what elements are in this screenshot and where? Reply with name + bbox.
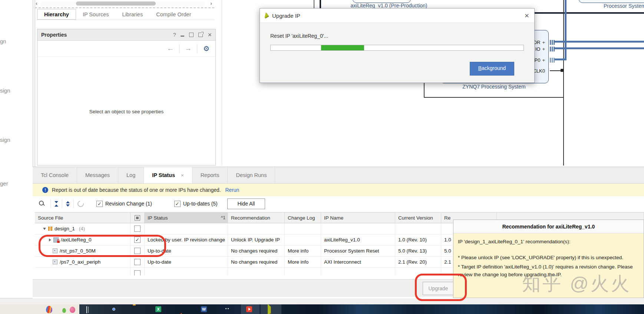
scrollbar-thumb[interactable] xyxy=(76,1,156,6)
select-all-checkbox-icon[interactable] xyxy=(135,215,140,221)
collapse-all-icon[interactable] xyxy=(55,201,58,207)
zynq-port-ddr[interactable]: DR+ xyxy=(534,40,545,45)
annotation-circle-row xyxy=(39,235,166,257)
col-source-file[interactable]: Source File xyxy=(35,213,131,223)
gear-icon[interactable]: ⚙ xyxy=(197,44,209,53)
back-icon[interactable]: ← xyxy=(162,44,179,53)
selection-edge xyxy=(424,82,425,97)
excel-icon[interactable]: X xyxy=(155,306,161,312)
wire xyxy=(314,0,314,8)
row-checkbox[interactable] xyxy=(134,270,141,276)
annotation-circle-upgrade xyxy=(415,274,467,301)
expand-plus-icon[interactable]: + xyxy=(542,57,545,63)
forward-icon[interactable]: → xyxy=(179,44,197,53)
tab-ip-sources[interactable]: IP Sources xyxy=(76,9,116,20)
scroll-left-icon[interactable]: ‹ xyxy=(36,0,37,6)
properties-title: Properties xyxy=(41,32,173,38)
bus-hash-icon xyxy=(550,58,555,63)
col-ip-name[interactable]: IP Name xyxy=(321,213,395,223)
matlab-icon[interactable] xyxy=(178,307,184,313)
col-current-version[interactable]: Current Version xyxy=(395,213,441,223)
ip-status-cell: Up-to-date xyxy=(145,257,228,268)
properties-empty-message: Select an object to see properties xyxy=(37,109,215,114)
warning-text: Report is out of date because the status… xyxy=(52,187,221,193)
tab-tcl-console[interactable]: Tcl Console xyxy=(33,167,77,183)
close-icon[interactable]: × xyxy=(208,33,212,37)
search-icon[interactable] xyxy=(39,200,45,207)
row-checkbox[interactable] xyxy=(134,259,141,265)
recommendation-line: IP 'design_1_axiLiteReg_0_1' recommendat… xyxy=(458,238,639,245)
task-view-icon[interactable] xyxy=(86,307,87,313)
taskbar-wallpaper xyxy=(79,304,644,314)
recommendation-line: * Please unlock IP (see 'LOCK_UPGRADE' p… xyxy=(458,254,639,261)
col-select-all[interactable] xyxy=(131,213,145,223)
properties-header: Properties ? × xyxy=(37,29,215,41)
axilite-block-label: axiLiteReg_v1.0 (Pre-Production) xyxy=(337,3,441,9)
current-version-cell: 1.0 (Rev. 10) xyxy=(395,234,441,245)
xilinx-logo-icon xyxy=(264,12,269,19)
more-info-link[interactable]: More info xyxy=(285,245,321,257)
flow-nav-fragment: sign xyxy=(0,137,10,143)
expand-plus-icon[interactable]: + xyxy=(542,40,545,45)
float-icon[interactable] xyxy=(198,33,203,37)
zynq-port-fixedio[interactable]: IO+ xyxy=(535,46,545,52)
tab-design-runs[interactable]: Design Runs xyxy=(228,167,275,183)
wire-junction xyxy=(561,69,564,72)
ip-icon xyxy=(53,260,57,264)
tab-messages[interactable]: Messages xyxy=(77,167,118,183)
tab-libraries[interactable]: Libraries xyxy=(116,9,150,20)
tab-reports[interactable]: Reports xyxy=(192,167,228,183)
media-play-icon[interactable] xyxy=(246,306,252,312)
word-icon[interactable]: W xyxy=(201,306,207,312)
balloon-icon xyxy=(46,306,52,313)
ps-reset-block[interactable] xyxy=(579,0,644,3)
block-design-icon xyxy=(48,227,52,231)
wire xyxy=(320,0,321,8)
scrollbar-track[interactable] xyxy=(41,1,205,6)
col-ip-status[interactable]: IP Status^1 xyxy=(145,213,228,223)
revision-change-checkbox[interactable]: ✓ xyxy=(96,201,103,207)
up-to-dates-label: Up-to-dates (5) xyxy=(183,201,218,207)
info-icon: ! xyxy=(42,187,48,193)
chevron-down-icon[interactable] xyxy=(43,228,46,230)
divider-dashed xyxy=(35,7,214,8)
scroll-right-icon[interactable]: › xyxy=(210,0,212,6)
tab-close-icon[interactable]: × xyxy=(181,173,184,178)
zynq-port-clk0[interactable]: CLK0 xyxy=(533,68,545,74)
recommendation-link[interactable]: Unlock IP. Upgrade IP xyxy=(228,234,285,245)
col-recommendation[interactable]: Recommendation xyxy=(228,213,285,223)
zynq-port-gp0[interactable]: P0+ xyxy=(535,57,545,63)
hide-all-button[interactable]: Hide All xyxy=(227,198,265,209)
up-to-dates-checkbox[interactable]: ✓ xyxy=(174,201,181,207)
expand-all-icon[interactable] xyxy=(66,201,70,207)
tab-log[interactable]: Log xyxy=(118,167,144,183)
tab-hierarchy[interactable]: Hierarchy xyxy=(37,9,76,20)
tab-ip-status[interactable]: IP Status× xyxy=(144,167,192,183)
recommendation-title: Recommendation for axiLiteReg_v1.0 xyxy=(453,220,644,233)
row-checkbox[interactable] xyxy=(134,226,141,232)
expand-plus-icon[interactable]: + xyxy=(542,46,545,52)
help-icon[interactable]: ? xyxy=(173,32,176,38)
dialog-title: Upgrade IP xyxy=(272,13,525,19)
flow-nav-fragment: ger xyxy=(0,180,8,187)
minimize-icon[interactable] xyxy=(181,36,184,37)
watermark: 知乎 @火火 xyxy=(522,271,631,296)
ps-reset-block-label: Processor System xyxy=(604,3,644,9)
rerun-link[interactable]: Rerun xyxy=(225,187,240,193)
sort-indicator: ^1 xyxy=(221,215,225,220)
refresh-icon[interactable] xyxy=(76,199,85,208)
ip-name-cell: Processor System Reset xyxy=(321,245,395,257)
vivado-icon[interactable] xyxy=(268,307,271,313)
more-info-link[interactable]: More info xyxy=(285,257,321,268)
dialog-titlebar[interactable]: Upgrade IP × xyxy=(260,9,534,23)
current-version-cell: 5.0 (Rev. 13) xyxy=(395,245,441,257)
dialog-message: Reset IP 'axiLiteReg_0'... xyxy=(270,33,328,39)
hierarchy-scrollbar[interactable]: ‹ › xyxy=(35,1,214,7)
taskbar-wallpaper-left xyxy=(0,304,79,314)
status-strip xyxy=(0,298,644,305)
dialog-close-icon[interactable]: × xyxy=(525,12,529,19)
background-button[interactable]: Background xyxy=(470,62,514,76)
tab-compile-order[interactable]: Compile Order xyxy=(149,9,198,20)
col-change-log[interactable]: Change Log xyxy=(285,213,321,223)
maximize-icon[interactable] xyxy=(189,33,194,37)
